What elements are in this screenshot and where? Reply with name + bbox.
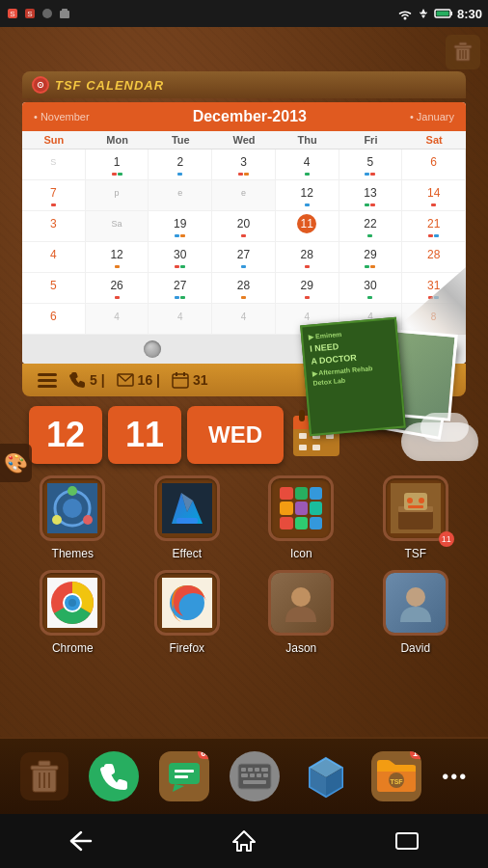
cal-cell[interactable]: p (86, 180, 149, 211)
app-firefox[interactable]: Firefox (134, 568, 241, 655)
mail-icon (117, 373, 134, 387)
svg-text:S: S (27, 10, 32, 18)
app-jason[interactable]: Jason (248, 568, 355, 655)
cal-cell[interactable]: e (149, 180, 212, 211)
notif-icon-4 (58, 7, 71, 20)
cal-cell[interactable]: 20 (212, 211, 276, 242)
folder-dock-icon: TSF (376, 759, 417, 794)
app-icon[interactable]: Icon (248, 474, 355, 560)
app-chrome[interactable]: Chrome (19, 568, 126, 655)
svg-rect-64 (175, 770, 194, 773)
event-count[interactable]: 31 (172, 371, 208, 389)
cal-cell[interactable]: 4 (22, 242, 86, 273)
svg-point-7 (403, 17, 406, 20)
svg-text:TSF: TSF (390, 778, 403, 785)
cal-cell[interactable]: 29 (276, 273, 339, 304)
color-cell-red (280, 487, 292, 500)
david-icon-wrapper (381, 568, 450, 637)
cal-cell[interactable]: 26 (86, 273, 149, 304)
cal-cell[interactable]: 27 (212, 242, 276, 273)
prev-month[interactable]: • November (34, 111, 90, 122)
folder-badge: 17 (410, 751, 421, 759)
back-button[interactable] (52, 822, 110, 860)
cal-cell[interactable]: 27 (149, 273, 212, 304)
chrome-icon-wrapper (38, 568, 107, 637)
cal-cell[interactable]: 4 (276, 149, 339, 180)
trash-corner-button[interactable] (446, 35, 480, 69)
cal-cell[interactable]: 5 (339, 149, 403, 180)
cal-cell[interactable]: 14 (402, 180, 466, 211)
cal-cell[interactable]: 3 (22, 211, 86, 242)
bottom-dock: 65 (0, 737, 488, 814)
svg-rect-70 (261, 768, 268, 772)
cal-cell[interactable]: 1 (86, 149, 149, 180)
weekday-mon: Mon (86, 131, 149, 149)
icon-icon-wrapper (266, 474, 336, 543)
app-themes[interactable]: Themes (19, 474, 126, 560)
firefox-icon-wrapper (152, 568, 222, 637)
dock-keyboard[interactable] (230, 751, 280, 801)
cal-cell[interactable]: e (212, 180, 276, 211)
dock-folder[interactable]: TSF 17 (371, 751, 421, 801)
cal-cell[interactable]: 7 (22, 180, 86, 211)
cal-cell[interactable]: 12 (86, 242, 149, 273)
tsf-logo: ⊙ (32, 76, 49, 94)
cal-cell[interactable]: 5 (22, 273, 86, 304)
call-count[interactable]: 5 | (68, 371, 105, 389)
home-icon (231, 828, 257, 854)
weekday-sun: Sun (22, 131, 86, 149)
cal-cell[interactable]: 30 (149, 242, 212, 273)
svg-rect-47 (408, 505, 423, 508)
dock-trash[interactable] (20, 752, 68, 800)
cal-cell[interactable]: 12 (276, 180, 339, 211)
next-month[interactable]: • January (410, 111, 454, 122)
cal-cell[interactable]: S (22, 149, 86, 180)
david-photo (386, 573, 446, 633)
app-effect[interactable]: Effect (134, 474, 241, 560)
chrome-icon-frame (40, 570, 105, 636)
notif-icon-1: S (6, 7, 19, 20)
cal-cell[interactable]: 3 (212, 149, 276, 180)
firefox-icon (162, 578, 212, 628)
dock-messages[interactable]: 65 (159, 751, 209, 801)
cal-cell[interactable]: 4 (149, 304, 212, 335)
cal-cell-today[interactable]: 11 (276, 211, 339, 242)
palette-handle[interactable]: 🎨 (0, 444, 32, 482)
recent-button[interactable] (378, 822, 436, 860)
cal-cell[interactable]: 6 (402, 149, 466, 180)
cal-cell[interactable]: Sa (86, 211, 149, 242)
main-area: ⊙ TSF CALENDAR • November December-2013 … (0, 27, 488, 665)
dock-box3d[interactable] (301, 751, 351, 801)
weekday-wed: Wed (212, 131, 276, 149)
recent-icon (394, 830, 420, 852)
app-david[interactable]: David (363, 568, 470, 655)
dock-phone-icon (89, 751, 139, 801)
cal-cell[interactable]: 21 (402, 211, 466, 242)
svg-point-35 (68, 486, 77, 496)
dock-more[interactable]: ••• (442, 766, 468, 788)
cal-cell[interactable]: 2 (149, 149, 212, 180)
cal-cell[interactable]: 13 (339, 180, 403, 211)
cal-cell[interactable]: 19 (149, 211, 212, 242)
svg-point-4 (42, 9, 52, 18)
cal-cell[interactable]: 28 (212, 273, 276, 304)
app-tsf[interactable]: 11 TSF (363, 474, 470, 560)
color-cell-green (295, 487, 308, 500)
svg-text:S: S (10, 10, 14, 18)
weekday-sat: Sat (402, 131, 466, 149)
cal-cell[interactable]: 6 (22, 304, 86, 335)
dock-phone[interactable] (89, 751, 139, 801)
svg-rect-9 (450, 12, 452, 15)
app-grid: Themes (0, 464, 488, 665)
call-count-number: 5 | (90, 372, 105, 388)
mail-count[interactable]: 16 | (117, 372, 160, 388)
svg-point-36 (83, 515, 93, 525)
cal-cell[interactable]: 22 (339, 211, 403, 242)
home-button[interactable] (215, 822, 273, 860)
hamburger-icon (38, 373, 57, 388)
cal-cell[interactable]: 28 (276, 242, 339, 273)
david-avatar (396, 583, 435, 622)
cal-cell[interactable]: 4 (86, 304, 149, 335)
svg-rect-6 (62, 9, 68, 12)
cal-cell[interactable]: 4 (212, 304, 276, 335)
